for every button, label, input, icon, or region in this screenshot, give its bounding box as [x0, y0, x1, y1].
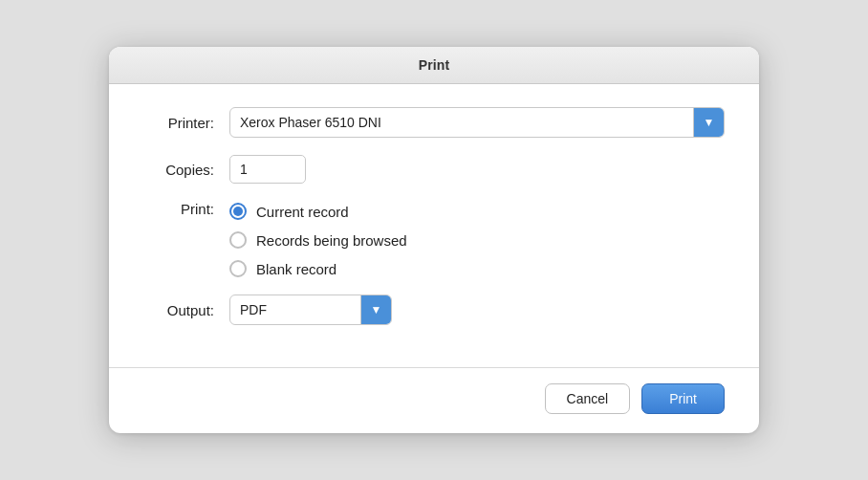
cancel-button[interactable]: Cancel: [545, 383, 631, 414]
copies-input[interactable]: [229, 155, 306, 184]
copies-row: Copies:: [143, 155, 725, 184]
radio-label-blank: Blank record: [256, 261, 336, 277]
dialog-titlebar: Print: [109, 47, 759, 84]
radio-option-browsed[interactable]: Records being browsed: [229, 231, 407, 249]
printer-select[interactable]: Xerox Phaser 6510 DNI ▼: [229, 107, 725, 138]
printer-dropdown-button[interactable]: ▼: [693, 108, 724, 137]
print-dialog: Print Printer: Xerox Phaser 6510 DNI ▼ C…: [109, 47, 759, 433]
printer-row: Printer: Xerox Phaser 6510 DNI ▼: [143, 107, 725, 138]
output-label: Output:: [143, 302, 229, 318]
radio-circle-blank: [229, 260, 247, 277]
print-label: Print:: [143, 201, 229, 217]
print-radio-group: Current record Records being browsed Bla…: [229, 201, 407, 277]
dialog-body: Printer: Xerox Phaser 6510 DNI ▼ Copies:…: [109, 84, 759, 360]
output-select[interactable]: PDF ▼: [229, 295, 392, 325]
output-chevron-down-icon: ▼: [371, 303, 382, 316]
radio-circle-browsed: [229, 231, 247, 249]
dialog-footer: Cancel Print: [109, 383, 759, 433]
output-value: PDF: [230, 302, 360, 317]
output-dropdown-button[interactable]: ▼: [360, 295, 391, 324]
print-row: Print: Current record Records being brow…: [143, 201, 725, 277]
output-row: Output: PDF ▼: [143, 295, 725, 325]
printer-value: Xerox Phaser 6510 DNI: [230, 115, 693, 130]
radio-option-blank[interactable]: Blank record: [229, 260, 407, 277]
print-button[interactable]: Print: [641, 383, 725, 414]
radio-circle-current: [229, 203, 247, 220]
printer-chevron-down-icon: ▼: [704, 116, 715, 129]
footer-divider: [109, 367, 759, 368]
radio-option-current[interactable]: Current record: [229, 203, 407, 220]
radio-label-current: Current record: [256, 204, 349, 220]
copies-label: Copies:: [143, 162, 229, 178]
radio-label-browsed: Records being browsed: [256, 232, 407, 249]
dialog-title: Print: [419, 57, 450, 73]
printer-label: Printer:: [143, 115, 229, 131]
